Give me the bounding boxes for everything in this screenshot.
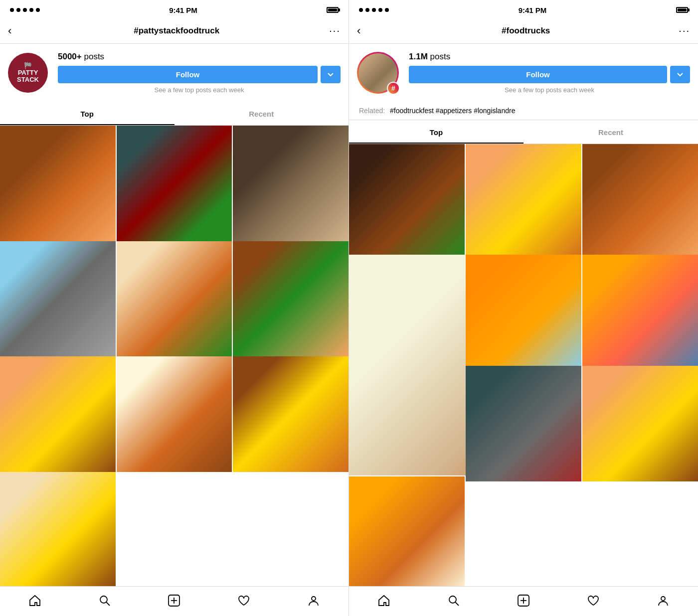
left-search-icon[interactable]: [98, 594, 112, 608]
left-heart-icon[interactable]: [237, 594, 251, 608]
right-tabs-bar: Top Recent: [349, 122, 698, 144]
right-signal-dots: [359, 8, 389, 12]
svg-line-7: [455, 602, 459, 606]
svg-point-11: [661, 597, 665, 601]
right-phone-screen: 9:41 PM ‹ #foodtrucks ··· # 1.1M posts: [349, 0, 698, 616]
left-grid-cell-9[interactable]: [233, 356, 349, 472]
right-grid-cell-7[interactable]: [466, 366, 581, 481]
right-home-icon[interactable]: [377, 594, 391, 608]
left-nav-bar: ‹ #pattystackfoodtruck ···: [0, 18, 349, 44]
left-battery-icon: [327, 7, 339, 13]
left-phone-screen: 9:41 PM ‹ #pattystackfoodtruck ··· 🏁PATT…: [0, 0, 349, 616]
right-signal-dot-2: [365, 8, 369, 12]
right-tab-recent[interactable]: Recent: [524, 122, 698, 144]
right-signal-dot-1: [359, 8, 363, 12]
left-home-icon[interactable]: [28, 594, 42, 608]
svg-point-0: [100, 596, 107, 603]
right-bottom-nav: [349, 586, 698, 616]
left-add-icon[interactable]: [167, 594, 181, 608]
right-signal-dot-5: [385, 8, 389, 12]
right-follow-row: Follow: [409, 66, 690, 83]
right-photo-grid: [349, 144, 698, 586]
left-grid-cell-3[interactable]: [233, 126, 349, 241]
left-grid-cell-10[interactable]: [0, 472, 116, 587]
right-grid-cell-8[interactable]: [582, 366, 698, 481]
signal-dot-3: [23, 8, 27, 12]
right-battery-fill: [678, 8, 687, 11]
svg-point-6: [449, 596, 456, 603]
left-grid-cell-5[interactable]: [117, 241, 232, 357]
right-follow-dropdown[interactable]: [670, 66, 690, 83]
left-grid-cell-2[interactable]: [117, 126, 232, 241]
left-post-count: 5000+ posts: [58, 52, 341, 62]
signal-dot-2: [16, 8, 20, 12]
left-grid-cell-8[interactable]: [117, 356, 232, 472]
right-avatar-wrapper: #: [357, 52, 399, 94]
left-grid-cell-7[interactable]: [0, 356, 116, 472]
right-add-icon[interactable]: [517, 594, 530, 608]
left-logo-text: 🏁PATTYSTACK: [17, 62, 39, 84]
right-status-right: [676, 7, 688, 13]
right-grid-cell-2[interactable]: [466, 144, 581, 260]
right-post-count: 1.1M posts: [409, 52, 690, 62]
right-nav-bar: ‹ #foodtrucks ···: [349, 18, 698, 44]
right-grid-cell-5[interactable]: [466, 255, 581, 370]
left-follow-dropdown[interactable]: [321, 66, 341, 83]
right-grid-cell-6[interactable]: [582, 255, 698, 370]
right-follow-button[interactable]: Follow: [409, 66, 667, 83]
right-profile-header: # 1.1M posts Follow See a few top posts …: [349, 44, 698, 102]
left-signal-dots: [10, 8, 40, 12]
right-status-bar: 9:41 PM: [349, 0, 698, 18]
signal-dot-4: [29, 8, 33, 12]
svg-point-5: [312, 597, 316, 601]
left-clock: 9:41 PM: [169, 6, 197, 14]
left-nav-title: #pattystackfoodtruck: [134, 26, 219, 36]
left-grid-cell-4[interactable]: [0, 241, 116, 357]
left-grid-cell-1[interactable]: [0, 126, 116, 241]
left-battery-fill: [328, 8, 337, 11]
right-grid-cell-1[interactable]: [349, 144, 465, 260]
right-signal-dot-3: [372, 8, 376, 12]
right-profile-info: 1.1M posts Follow See a few top posts ea…: [409, 52, 690, 94]
svg-line-1: [106, 602, 110, 606]
left-back-button[interactable]: ‹: [8, 24, 24, 37]
left-photo-grid: [0, 126, 349, 586]
signal-dot-1: [10, 8, 14, 12]
left-follow-button[interactable]: Follow: [58, 66, 318, 83]
left-avatar: 🏁PATTYSTACK: [8, 53, 48, 93]
left-profile-info: 5000+ posts Follow See a few top posts e…: [58, 52, 341, 94]
right-follow-caption: See a few top posts each week: [409, 86, 690, 94]
related-tags[interactable]: #foodtruckfest #appetizers #longislandre: [390, 107, 515, 115]
related-label: Related:: [359, 107, 385, 115]
right-grid-cell-9[interactable]: [349, 476, 465, 586]
left-profile-header: 🏁PATTYSTACK 5000+ posts Follow See a few…: [0, 44, 349, 102]
right-back-button[interactable]: ‹: [357, 24, 373, 37]
left-follow-row: Follow: [58, 66, 341, 83]
left-tabs-bar: Top Recent: [0, 104, 349, 126]
right-related-bar: Related: #foodtruckfest #appetizers #lon…: [349, 102, 698, 120]
left-tab-recent[interactable]: Recent: [174, 104, 349, 125]
right-heart-icon[interactable]: [586, 594, 600, 608]
left-grid-cell-6[interactable]: [233, 241, 349, 357]
right-profile-icon[interactable]: [656, 594, 670, 608]
signal-dot-5: [36, 8, 40, 12]
left-follow-caption: See a few top posts each week: [58, 86, 341, 94]
right-more-button[interactable]: ···: [679, 25, 690, 36]
right-clock: 9:41 PM: [519, 6, 547, 14]
left-bottom-nav: [0, 586, 349, 616]
right-grid-cell-3[interactable]: [582, 144, 698, 260]
right-battery-icon: [676, 7, 688, 13]
left-status-right: [327, 7, 339, 13]
left-status-bar: 9:41 PM: [0, 0, 349, 18]
right-hashtag-badge: #: [387, 82, 400, 95]
left-profile-icon[interactable]: [307, 594, 321, 608]
right-tab-top[interactable]: Top: [349, 122, 524, 144]
right-signal-dot-4: [378, 8, 382, 12]
left-more-button[interactable]: ···: [329, 25, 341, 36]
right-search-icon[interactable]: [447, 594, 461, 608]
right-nav-title: #foodtrucks: [502, 26, 550, 36]
left-tab-top[interactable]: Top: [0, 104, 174, 125]
